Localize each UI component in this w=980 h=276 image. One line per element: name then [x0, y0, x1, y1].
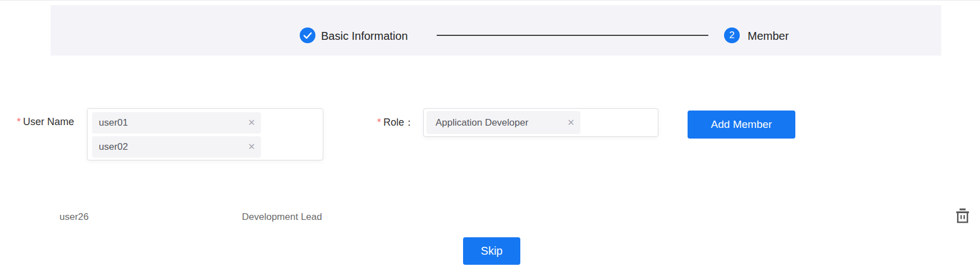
role-label-text: Role：: [383, 117, 414, 128]
user-name-multiselect[interactable]: user01 ✕ user02 ✕: [87, 108, 323, 160]
user-tag: user01 ✕: [92, 112, 261, 134]
step-2-label: Member: [748, 28, 789, 44]
user-name-label: *User Name: [17, 115, 74, 128]
step-1-done-indicator: [300, 27, 315, 43]
remove-tag-icon[interactable]: ✕: [248, 118, 255, 127]
role-select[interactable]: Application Developer ✕: [423, 108, 658, 137]
delete-member-button[interactable]: [954, 206, 971, 224]
required-asterisk: *: [17, 116, 21, 127]
step-2-number-indicator: 2: [724, 27, 740, 43]
stepper-bar: Basic Information 2 Member: [51, 5, 941, 56]
create-project-member-step-page: Basic Information 2 Member *User Name us…: [0, 0, 980, 276]
required-asterisk: *: [377, 117, 381, 128]
role-label: *Role：: [377, 116, 414, 129]
add-member-button[interactable]: Add Member: [688, 111, 795, 139]
user-tag-label: user01: [99, 117, 128, 128]
member-row-role: Development Lead: [242, 211, 322, 223]
page-top-divider: [0, 0, 980, 1]
trash-icon: [955, 208, 970, 223]
role-tag: Application Developer ✕: [427, 111, 580, 134]
skip-button[interactable]: Skip: [463, 237, 520, 265]
step-1-label: Basic Information: [321, 28, 408, 44]
member-row-user-name: user26: [59, 211, 89, 223]
remove-tag-icon[interactable]: ✕: [567, 118, 575, 127]
user-tag: user02 ✕: [92, 136, 261, 158]
role-tag-label: Application Developer: [436, 117, 528, 128]
stepper-connector-line: [437, 35, 708, 36]
check-icon: [300, 27, 315, 43]
user-tag-label: user02: [99, 141, 128, 153]
remove-tag-icon[interactable]: ✕: [248, 142, 255, 151]
user-name-label-text: User Name: [23, 116, 74, 127]
